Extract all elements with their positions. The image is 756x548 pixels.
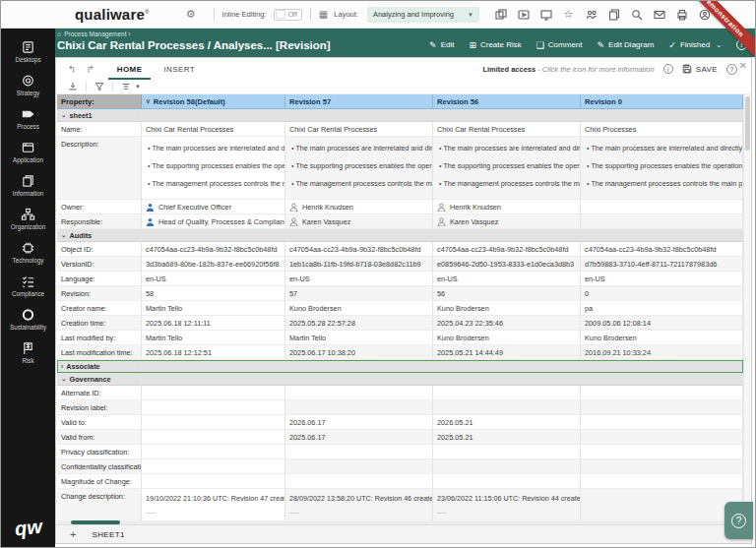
value-cell[interactable]: 2025.05.21 bbox=[433, 430, 581, 445]
section-label[interactable]: ⌄Governance bbox=[57, 373, 142, 386]
chevron-down-icon[interactable]: ▼ bbox=[135, 84, 141, 90]
value-cell[interactable]: 23/06/2022 11:15:06 UTC: Revision 44 cre… bbox=[433, 489, 581, 522]
value-cell[interactable]: The main processes are interrelated and … bbox=[433, 137, 581, 200]
value-cell[interactable] bbox=[581, 200, 743, 214]
sidebar-item-application[interactable]: Application bbox=[1, 135, 55, 168]
value-cell[interactable] bbox=[581, 445, 743, 459]
save-button[interactable]: SAVE bbox=[682, 64, 718, 74]
stamp-icon[interactable] bbox=[489, 7, 512, 23]
property-column-header[interactable]: Property: bbox=[57, 94, 142, 109]
sidebar-item-technology[interactable]: Technology bbox=[1, 235, 55, 269]
section-body[interactable] bbox=[142, 109, 743, 122]
star-icon[interactable]: ☆ bbox=[557, 7, 580, 23]
value-cell[interactable]: 2025.06.18 12:11:11 bbox=[142, 316, 285, 331]
value-cell[interactable]: c47054aa-cc23-4b9a-9b32-f8bc5c0b48fd bbox=[285, 242, 433, 257]
presentation-icon[interactable] bbox=[535, 7, 557, 23]
value-cell[interactable]: c47054aa-cc23-4b9a-9b32-f8bc5c0b48fd bbox=[142, 242, 285, 257]
value-cell[interactable]: c47054aa-cc23-4b9a-9b32-f8bc5c0b48fd bbox=[581, 242, 743, 257]
value-cell[interactable]: 3d3ba689-80be-182b-837e-ee66920f56f8 bbox=[142, 257, 285, 272]
value-cell[interactable] bbox=[142, 430, 285, 445]
vertical-scrollbar[interactable] bbox=[743, 94, 750, 522]
value-cell[interactable]: 0 bbox=[581, 286, 743, 301]
revision-column-header[interactable]: Revision 56 bbox=[433, 94, 581, 109]
value-cell[interactable]: Kuno Brodersen bbox=[285, 301, 433, 316]
value-cell[interactable]: 2025.06.18 12:12:51 bbox=[142, 345, 285, 360]
layout-dropdown[interactable]: Analyzing and Improving ▼ bbox=[367, 7, 479, 23]
value-cell[interactable]: 28/09/2022 13:58:20 UTC: Revision 46 cre… bbox=[285, 489, 433, 522]
value-cell[interactable]: 56 bbox=[433, 286, 581, 301]
value-cell[interactable]: Chief Executive Officer bbox=[142, 200, 285, 214]
sidebar-item-desktops[interactable]: Desktops bbox=[1, 34, 55, 68]
value-cell[interactable]: 19/10/2022 21:10:36 UTC: Revision 47 cre… bbox=[142, 489, 285, 522]
sidebar-item-sustainability[interactable]: Sustainability bbox=[1, 302, 55, 335]
close-icon[interactable]: ✕ bbox=[739, 60, 747, 71]
value-cell[interactable]: 2016.09.21 10:33:24 bbox=[581, 345, 743, 360]
value-cell[interactable]: 2026.06.17 bbox=[285, 415, 433, 430]
value-cell[interactable]: d7b59883-3710-4eff-8711-7211787983d6 bbox=[581, 257, 743, 272]
value-cell[interactable] bbox=[285, 400, 433, 415]
value-cell[interactable] bbox=[285, 459, 433, 474]
value-cell[interactable]: Kuno Brodersen bbox=[581, 331, 743, 345]
value-cell[interactable]: en-US bbox=[285, 272, 433, 286]
value-cell[interactable]: en-US bbox=[581, 272, 743, 286]
video-icon[interactable] bbox=[512, 7, 535, 23]
value-cell[interactable] bbox=[285, 474, 433, 489]
value-cell[interactable] bbox=[433, 400, 581, 415]
comment-button[interactable]: ❑Comment bbox=[536, 40, 583, 50]
value-cell[interactable]: pa bbox=[581, 301, 743, 316]
help-icon[interactable]: ? bbox=[726, 64, 737, 75]
value-cell[interactable]: Chixi Processes bbox=[581, 122, 743, 137]
value-cell[interactable] bbox=[142, 400, 285, 415]
value-cell[interactable]: Henrik Knudsen bbox=[433, 200, 581, 214]
value-cell[interactable] bbox=[581, 474, 743, 489]
value-cell[interactable] bbox=[433, 459, 581, 474]
sidebar-item-risk[interactable]: Risk bbox=[1, 335, 55, 369]
sidebar-item-organization[interactable]: Organization bbox=[1, 202, 55, 235]
value-cell[interactable]: Chixi Car Rental Processes bbox=[285, 122, 433, 137]
sidebar-item-process[interactable]: Process bbox=[1, 101, 55, 135]
value-cell[interactable]: The main processes are interrelated and … bbox=[142, 137, 285, 200]
value-cell[interactable]: Henrik Knudsen bbox=[285, 200, 433, 214]
value-cell[interactable]: 57 bbox=[285, 286, 433, 301]
settings-gear-icon[interactable]: ⚙ bbox=[186, 8, 196, 21]
value-cell[interactable]: Martin Tello bbox=[285, 331, 433, 345]
sidebar-item-strategy[interactable]: Strategy bbox=[1, 68, 55, 101]
finished-button[interactable]: ✓Finished bbox=[668, 40, 710, 50]
value-cell[interactable] bbox=[581, 430, 743, 445]
tab-insert[interactable]: INSERT bbox=[155, 58, 204, 80]
value-cell[interactable] bbox=[285, 445, 433, 459]
value-cell[interactable] bbox=[581, 214, 743, 229]
value-cell[interactable]: 2025.06.17 10:38:20 bbox=[285, 345, 433, 360]
value-cell[interactable]: Martin Tello bbox=[142, 331, 285, 345]
edit-diagram-button[interactable]: ✎Edit Diagram bbox=[598, 40, 655, 50]
value-cell[interactable]: 2009.05.06 12:08:14 bbox=[581, 316, 743, 331]
section-label[interactable]: ›Associate bbox=[57, 360, 142, 373]
section-body[interactable] bbox=[142, 229, 743, 242]
tab-home[interactable]: HOME bbox=[108, 58, 152, 80]
value-cell[interactable] bbox=[285, 386, 433, 400]
value-cell[interactable]: 2025.05.21 14:44:49 bbox=[433, 345, 581, 360]
edit-button[interactable]: ✎Edit bbox=[429, 40, 454, 50]
value-cell[interactable]: The main processes are interrelated and … bbox=[581, 137, 743, 200]
section-body[interactable] bbox=[142, 373, 743, 386]
value-cell[interactable]: Karen Vasquez bbox=[433, 214, 581, 229]
scrollbar-thumb[interactable] bbox=[745, 96, 750, 151]
value-cell[interactable] bbox=[142, 459, 285, 474]
value-cell[interactable]: Head of Quality, Processes & Compliance bbox=[142, 214, 285, 229]
info-icon[interactable]: i bbox=[663, 64, 673, 74]
filter-button[interactable] bbox=[94, 78, 104, 95]
value-cell[interactable] bbox=[581, 386, 743, 400]
value-cell[interactable]: en-US bbox=[142, 272, 285, 286]
revision-column-header[interactable]: Revision 0 bbox=[581, 94, 743, 109]
revision-column-header[interactable]: Revision 57 bbox=[285, 94, 433, 109]
revision-column-header[interactable]: ∨Revision 58(Default) bbox=[142, 94, 285, 109]
value-cell[interactable] bbox=[581, 489, 743, 522]
value-cell[interactable] bbox=[142, 386, 285, 400]
chevron-down-icon[interactable]: ⌄ bbox=[716, 41, 722, 49]
section-label[interactable]: ⌄Audits bbox=[57, 229, 142, 242]
value-cell[interactable]: Kuno Brodersen bbox=[433, 331, 581, 345]
undo-icon[interactable]: ↰ bbox=[68, 64, 76, 75]
sort-button[interactable] bbox=[121, 78, 131, 95]
sidebar-item-information[interactable]: Information bbox=[1, 168, 55, 202]
value-cell[interactable] bbox=[433, 474, 581, 489]
